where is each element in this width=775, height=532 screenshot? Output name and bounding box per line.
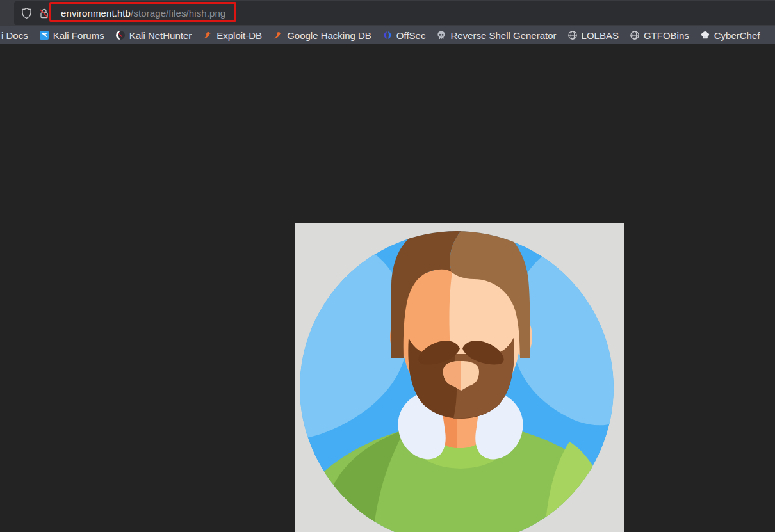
url-domain: environment.htb: [61, 8, 131, 19]
globe-icon: [567, 30, 578, 40]
bookmark-label: GTFOBins: [644, 30, 689, 41]
bookmark-offsec[interactable]: OffSec: [382, 30, 426, 41]
bookmark-label: i Docs: [1, 30, 28, 41]
skull-icon: [436, 30, 446, 40]
kali-forums-icon: [39, 30, 49, 40]
bookmark-lolbas[interactable]: LOLBAS: [567, 30, 619, 41]
bookmark-cyberchef[interactable]: CyberChef: [700, 30, 760, 41]
bookmark-google-hacking-db[interactable]: Google Hacking DB: [273, 30, 371, 41]
bookmark-kali-forums[interactable]: Kali Forums: [39, 30, 104, 41]
page-content: [0, 44, 775, 532]
shield-icon[interactable]: [20, 7, 33, 19]
insecure-lock-icon[interactable]: [38, 8, 50, 19]
bookmark-label: Kali Forums: [53, 30, 104, 41]
bookmark-label: CyberChef: [714, 30, 760, 41]
bookmark-label: Kali NetHunter: [129, 30, 192, 41]
url-bar[interactable]: environment.htb/storage/files/hish.png: [14, 1, 775, 25]
globe-icon: [630, 30, 640, 40]
bookmark-label: LOLBAS: [582, 30, 619, 41]
bookmark-exploit-db[interactable]: Exploit-DB: [202, 30, 262, 41]
bookmark-label: Reverse Shell Generator: [450, 30, 556, 41]
bookmark-kali-docs[interactable]: i Docs: [1, 30, 28, 41]
exploit-db-bird-icon: [202, 30, 213, 40]
exploit-db-bird-icon: [273, 30, 283, 40]
kali-nethunter-icon: [115, 30, 126, 40]
bookmark-reverse-shell-generator[interactable]: Reverse Shell Generator: [436, 30, 556, 41]
chef-hat-icon: [700, 30, 710, 40]
bookmark-label: OffSec: [396, 30, 426, 41]
bookmark-gtfobins[interactable]: GTFOBins: [630, 30, 689, 41]
url-path: /storage/files/hish.png: [131, 8, 225, 19]
offsec-icon: [382, 30, 393, 40]
bookmark-label: Google Hacking DB: [287, 30, 371, 41]
url-text: environment.htb/storage/files/hish.png: [61, 8, 225, 19]
navigation-toolbar: environment.htb/storage/files/hish.png: [0, 0, 775, 26]
avatar-image: [295, 223, 624, 532]
bookmark-label: Exploit-DB: [216, 30, 262, 41]
bookmarks-toolbar: i Docs Kali Forums Kali NetHunter: [0, 26, 775, 44]
bookmark-kali-nethunter[interactable]: Kali NetHunter: [115, 30, 192, 41]
